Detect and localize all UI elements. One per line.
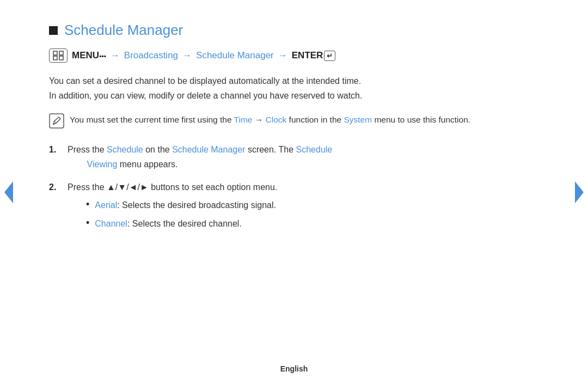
svg-rect-4 <box>53 56 57 60</box>
bullet-list: • Aerial: Selects the desired broadcasti… <box>86 198 277 231</box>
svg-line-7 <box>54 121 56 123</box>
list-num-1: 1. <box>49 143 60 157</box>
note-row: You must set the current time first usin… <box>49 113 539 131</box>
menu-arrow-1: → <box>111 50 120 61</box>
note-system-link: System <box>344 115 372 124</box>
schedule-link-1: Schedule <box>107 145 143 154</box>
page-container: Schedule Manager MENU▪▪▪ → Broadcasting … <box>0 0 588 384</box>
menu-schedule-manager: Schedule Manager <box>196 50 274 61</box>
menu-path: MENU▪▪▪ → Broadcasting → Schedule Manage… <box>49 48 539 63</box>
svg-marker-0 <box>4 181 13 203</box>
list-item-1-text: Press the Schedule on the Schedule Manag… <box>68 143 332 172</box>
enter-icon: ↵ <box>324 51 335 61</box>
menu-arrow-3: → <box>278 50 287 61</box>
note-text: You must set the current time first usin… <box>70 113 470 127</box>
bullet-item-aerial: • Aerial: Selects the desired broadcasti… <box>86 198 277 212</box>
schedule-manager-link: Schedule Manager <box>172 145 245 154</box>
menu-label: MENU▪▪▪ <box>72 50 106 61</box>
note-time-link: Time <box>234 115 253 124</box>
menu-icon <box>49 48 68 63</box>
footer-language: English <box>280 364 308 373</box>
menu-enter: ENTER↵ <box>292 50 336 61</box>
description-text: You can set a desired channel to be disp… <box>49 74 539 103</box>
bullet-item-channel: • Channel: Selects the desired channel. <box>86 217 277 231</box>
svg-rect-2 <box>53 51 57 55</box>
footer: English <box>0 364 588 373</box>
bullet-aerial-text: Aerial: Selects the desired broadcasting… <box>95 198 276 212</box>
svg-line-8 <box>53 124 54 125</box>
list-item-2-content: Press the ▲/▼/◄/► buttons to set each op… <box>68 180 277 235</box>
list-num-2: 2. <box>49 180 60 194</box>
menu-arrow-2: → <box>182 50 192 61</box>
svg-rect-5 <box>59 56 63 60</box>
channel-link: Channel <box>95 219 127 228</box>
menu-broadcasting: Broadcasting <box>124 50 178 61</box>
numbered-list: 1. Press the Schedule on the Schedule Ma… <box>49 143 539 235</box>
next-page-button[interactable] <box>571 179 588 205</box>
bullet-dot-2: • <box>86 217 89 229</box>
note-pencil-icon <box>49 113 64 131</box>
note-clock-link: Clock <box>266 115 287 124</box>
svg-marker-1 <box>575 181 584 203</box>
page-title: Schedule Manager <box>64 22 183 39</box>
svg-rect-6 <box>50 114 64 128</box>
aerial-link: Aerial <box>95 200 117 210</box>
title-square-icon <box>49 26 58 35</box>
list-item-2: 2. Press the ▲/▼/◄/► buttons to set each… <box>49 180 539 235</box>
svg-rect-3 <box>59 51 63 55</box>
bullet-dot-1: • <box>86 198 89 211</box>
bullet-channel-text: Channel: Selects the desired channel. <box>95 217 242 231</box>
enter-label: ENTER <box>292 50 323 61</box>
prev-page-button[interactable] <box>0 179 17 205</box>
list-item-2-text: Press the ▲/▼/◄/► buttons to set each op… <box>68 182 277 192</box>
list-item-1: 1. Press the Schedule on the Schedule Ma… <box>49 143 539 172</box>
title-row: Schedule Manager <box>49 22 539 39</box>
